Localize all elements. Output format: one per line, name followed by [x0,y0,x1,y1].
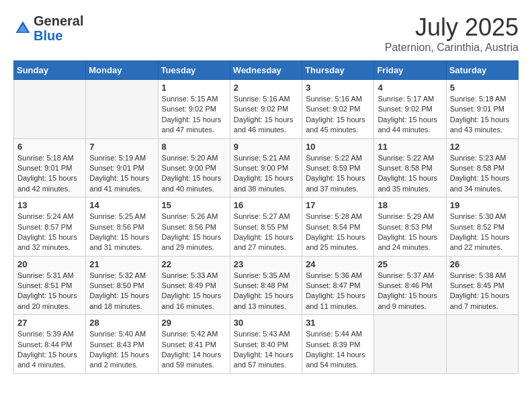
table-row: 27Sunrise: 5:39 AMSunset: 8:44 PMDayligh… [14,315,86,374]
logo-icon [13,19,32,38]
day-number: 3 [306,83,370,93]
day-detail: Sunrise: 5:44 AMSunset: 8:39 PMDaylight:… [306,329,370,371]
table-row: 14Sunrise: 5:25 AMSunset: 8:56 PMDayligh… [86,197,158,257]
table-row: 15Sunrise: 5:26 AMSunset: 8:56 PMDayligh… [158,197,230,257]
day-number: 4 [378,83,442,93]
title-block: July 2025 Paternion, Carinthia, Austria [385,13,519,54]
location: Paternion, Carinthia, Austria [385,42,519,54]
table-row: 21Sunrise: 5:32 AMSunset: 8:50 PMDayligh… [86,256,158,315]
table-row [374,315,446,374]
day-detail: Sunrise: 5:43 AMSunset: 8:40 PMDaylight:… [234,329,298,371]
day-number: 28 [89,318,154,328]
col-friday: Friday [374,61,446,80]
day-number: 16 [234,200,298,210]
day-detail: Sunrise: 5:15 AMSunset: 9:02 PMDaylight:… [162,94,226,136]
col-tuesday: Tuesday [158,61,230,80]
day-detail: Sunrise: 5:29 AMSunset: 8:53 PMDaylight:… [378,212,442,253]
table-row: 23Sunrise: 5:35 AMSunset: 8:48 PMDayligh… [230,256,302,315]
day-detail: Sunrise: 5:42 AMSunset: 8:41 PMDaylight:… [162,329,226,371]
table-row: 16Sunrise: 5:27 AMSunset: 8:55 PMDayligh… [230,197,302,257]
day-detail: Sunrise: 5:30 AMSunset: 8:52 PMDaylight:… [450,212,515,253]
day-number: 25 [378,259,442,269]
calendar-week-row: 1Sunrise: 5:15 AMSunset: 9:02 PMDaylight… [14,80,519,139]
table-row: 11Sunrise: 5:22 AMSunset: 8:58 PMDayligh… [374,138,446,197]
table-row [14,80,86,139]
table-row: 24Sunrise: 5:36 AMSunset: 8:47 PMDayligh… [302,256,374,315]
day-number: 10 [306,142,370,152]
col-saturday: Saturday [446,61,518,80]
day-detail: Sunrise: 5:17 AMSunset: 9:02 PMDaylight:… [378,94,442,136]
day-detail: Sunrise: 5:23 AMSunset: 8:58 PMDaylight:… [450,153,515,195]
calendar-week-row: 13Sunrise: 5:24 AMSunset: 8:57 PMDayligh… [14,197,519,257]
day-detail: Sunrise: 5:35 AMSunset: 8:48 PMDaylight:… [234,271,298,312]
day-detail: Sunrise: 5:33 AMSunset: 8:49 PMDaylight:… [162,271,226,312]
table-row: 13Sunrise: 5:24 AMSunset: 8:57 PMDayligh… [14,197,86,257]
day-detail: Sunrise: 5:16 AMSunset: 9:02 PMDaylight:… [234,94,298,136]
day-number: 9 [234,142,298,152]
day-number: 24 [306,259,370,269]
day-number: 27 [17,318,82,328]
table-row: 29Sunrise: 5:42 AMSunset: 8:41 PMDayligh… [158,315,230,374]
table-row [446,315,518,374]
col-wednesday: Wednesday [230,61,302,80]
table-row: 6Sunrise: 5:18 AMSunset: 9:01 PMDaylight… [14,138,86,197]
table-row: 4Sunrise: 5:17 AMSunset: 9:02 PMDaylight… [374,80,446,139]
day-number: 11 [378,142,442,152]
table-row: 26Sunrise: 5:38 AMSunset: 8:45 PMDayligh… [446,256,518,315]
col-thursday: Thursday [302,61,374,80]
day-detail: Sunrise: 5:25 AMSunset: 8:56 PMDaylight:… [89,212,154,253]
day-number: 18 [378,200,442,210]
day-detail: Sunrise: 5:36 AMSunset: 8:47 PMDaylight:… [306,271,370,312]
table-row: 25Sunrise: 5:37 AMSunset: 8:46 PMDayligh… [374,256,446,315]
calendar-week-row: 20Sunrise: 5:31 AMSunset: 8:51 PMDayligh… [14,256,519,315]
table-row: 30Sunrise: 5:43 AMSunset: 8:40 PMDayligh… [230,315,302,374]
day-number: 8 [162,142,226,152]
day-detail: Sunrise: 5:21 AMSunset: 9:00 PMDaylight:… [234,153,298,195]
day-detail: Sunrise: 5:19 AMSunset: 9:01 PMDaylight:… [89,153,154,195]
calendar-week-row: 27Sunrise: 5:39 AMSunset: 8:44 PMDayligh… [14,315,519,374]
day-number: 29 [162,318,226,328]
table-row: 20Sunrise: 5:31 AMSunset: 8:51 PMDayligh… [14,256,86,315]
day-number: 19 [450,200,515,210]
day-detail: Sunrise: 5:22 AMSunset: 8:59 PMDaylight:… [306,153,370,195]
day-number: 14 [89,200,154,210]
day-number: 22 [162,259,226,269]
day-number: 15 [162,200,226,210]
day-detail: Sunrise: 5:31 AMSunset: 8:51 PMDaylight:… [17,271,82,312]
day-number: 30 [234,318,298,328]
day-number: 21 [89,259,154,269]
table-row: 28Sunrise: 5:40 AMSunset: 8:43 PMDayligh… [86,315,158,374]
day-detail: Sunrise: 5:28 AMSunset: 8:54 PMDaylight:… [306,212,370,253]
day-detail: Sunrise: 5:20 AMSunset: 9:00 PMDaylight:… [162,153,226,195]
table-row [86,80,158,139]
calendar-week-row: 6Sunrise: 5:18 AMSunset: 9:01 PMDaylight… [14,138,519,197]
col-sunday: Sunday [14,61,86,80]
day-number: 26 [450,259,515,269]
day-detail: Sunrise: 5:22 AMSunset: 8:58 PMDaylight:… [378,153,442,195]
table-row: 31Sunrise: 5:44 AMSunset: 8:39 PMDayligh… [302,315,374,374]
day-number: 7 [89,142,154,152]
day-detail: Sunrise: 5:26 AMSunset: 8:56 PMDaylight:… [162,212,226,253]
logo: General Blue [13,13,83,43]
table-row: 22Sunrise: 5:33 AMSunset: 8:49 PMDayligh… [158,256,230,315]
table-row: 7Sunrise: 5:19 AMSunset: 9:01 PMDaylight… [86,138,158,197]
day-number: 12 [450,142,515,152]
day-detail: Sunrise: 5:39 AMSunset: 8:44 PMDaylight:… [17,329,82,371]
logo-general: General [34,13,83,28]
page-header: General Blue July 2025 Paternion, Carint… [13,13,519,54]
day-detail: Sunrise: 5:18 AMSunset: 9:01 PMDaylight:… [17,153,82,195]
table-row: 18Sunrise: 5:29 AMSunset: 8:53 PMDayligh… [374,197,446,257]
day-number: 23 [234,259,298,269]
day-detail: Sunrise: 5:40 AMSunset: 8:43 PMDaylight:… [89,329,154,371]
day-detail: Sunrise: 5:16 AMSunset: 9:02 PMDaylight:… [306,94,370,136]
table-row: 19Sunrise: 5:30 AMSunset: 8:52 PMDayligh… [446,197,518,257]
day-number: 13 [17,200,82,210]
calendar-table: Sunday Monday Tuesday Wednesday Thursday… [13,60,519,374]
day-number: 1 [162,83,226,93]
day-detail: Sunrise: 5:32 AMSunset: 8:50 PMDaylight:… [89,271,154,312]
table-row: 3Sunrise: 5:16 AMSunset: 9:02 PMDaylight… [302,80,374,139]
day-number: 6 [17,142,82,152]
table-row: 2Sunrise: 5:16 AMSunset: 9:02 PMDaylight… [230,80,302,139]
day-number: 17 [306,200,370,210]
day-number: 20 [17,259,82,269]
